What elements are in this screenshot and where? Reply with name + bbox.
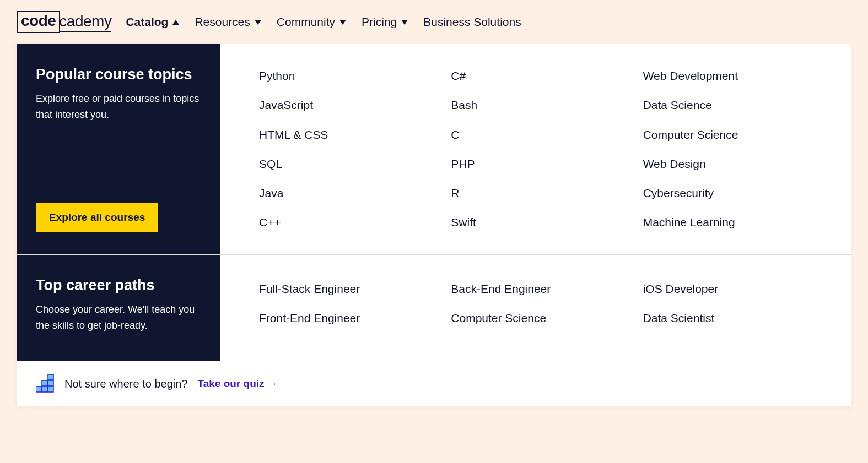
career-path-link[interactable]: Computer Science: [451, 311, 637, 325]
topic-link[interactable]: JavaScript: [259, 97, 445, 112]
popular-topics-grid: PythonC#Web DevelopmentJavaScriptBashDat…: [220, 44, 851, 254]
nav-item-label: Resources: [195, 15, 250, 29]
career-paths-section: Top career paths Choose your career. We'…: [17, 255, 851, 361]
svg-rect-4: [42, 386, 47, 392]
topic-link[interactable]: Java: [259, 186, 445, 200]
topic-link[interactable]: Swift: [451, 215, 637, 230]
popular-topics-sidebar: Popular course topics Explore free or pa…: [17, 44, 220, 254]
career-path-link[interactable]: Full-Stack Engineer: [259, 281, 445, 296]
header: codecademy CatalogResourcesCommunityPric…: [0, 0, 868, 44]
chevron-up-icon: [172, 20, 179, 25]
nav-item-pricing[interactable]: Pricing: [362, 15, 408, 29]
topic-link[interactable]: PHP: [451, 156, 637, 171]
svg-rect-1: [42, 380, 47, 386]
career-path-link[interactable]: Front-End Engineer: [259, 311, 445, 325]
main-nav: CatalogResourcesCommunityPricingBusiness…: [126, 15, 521, 29]
nav-item-community[interactable]: Community: [277, 15, 346, 29]
nav-item-label: Catalog: [126, 15, 168, 29]
logo-box: code: [17, 11, 60, 33]
career-paths-grid: Full-Stack EngineerBack-End EngineeriOS …: [220, 255, 851, 361]
catalog-mega-menu: Popular course topics Explore free or pa…: [17, 44, 851, 406]
topic-link[interactable]: C: [451, 127, 637, 142]
nav-item-resources[interactable]: Resources: [195, 15, 261, 29]
nav-item-catalog[interactable]: Catalog: [126, 15, 179, 29]
nav-item-label: Pricing: [362, 15, 397, 29]
topic-link[interactable]: Web Development: [643, 68, 829, 83]
topic-link[interactable]: Bash: [451, 97, 637, 112]
nav-item-label: Business Solutions: [423, 15, 521, 29]
svg-rect-0: [48, 374, 53, 380]
take-quiz-link[interactable]: Take our quiz →: [197, 378, 277, 390]
quiz-prompt-text: Not sure where to begin?: [64, 378, 187, 390]
topic-link[interactable]: C#: [451, 68, 637, 83]
quiz-bar: Not sure where to begin? Take our quiz →: [17, 361, 851, 406]
career-paths-title: Top career paths: [36, 277, 201, 294]
career-paths-sidebar: Top career paths Choose your career. We'…: [17, 255, 220, 361]
topic-link[interactable]: Python: [259, 68, 445, 83]
logo[interactable]: codecademy: [17, 11, 111, 33]
popular-topics-section: Popular course topics Explore free or pa…: [17, 44, 851, 254]
svg-rect-3: [36, 386, 41, 392]
svg-rect-5: [48, 386, 53, 392]
logo-text: cademy: [59, 13, 111, 32]
explore-all-courses-button[interactable]: Explore all courses: [36, 203, 158, 232]
nav-item-business-solutions[interactable]: Business Solutions: [423, 15, 521, 29]
career-path-link[interactable]: Data Scientist: [643, 311, 829, 325]
svg-rect-2: [48, 380, 53, 386]
popular-topics-title: Popular course topics: [36, 66, 201, 83]
career-path-link[interactable]: iOS Developer: [643, 281, 829, 296]
topic-link[interactable]: R: [451, 186, 637, 200]
quiz-blocks-icon: [36, 374, 55, 393]
chevron-down-icon: [339, 20, 346, 25]
topic-link[interactable]: C++: [259, 215, 445, 230]
nav-item-label: Community: [277, 15, 335, 29]
topic-link[interactable]: Computer Science: [643, 127, 829, 142]
career-path-link[interactable]: Back-End Engineer: [451, 281, 637, 296]
topic-link[interactable]: Cybersecurity: [643, 186, 829, 200]
topic-link[interactable]: Data Science: [643, 97, 829, 112]
career-paths-desc: Choose your career. We'll teach you the …: [36, 302, 201, 334]
topic-link[interactable]: HTML & CSS: [259, 127, 445, 142]
popular-topics-desc: Explore free or paid courses in topics t…: [36, 91, 201, 123]
topic-link[interactable]: SQL: [259, 156, 445, 171]
chevron-down-icon: [401, 20, 408, 25]
topic-link[interactable]: Web Design: [643, 156, 829, 171]
chevron-down-icon: [255, 20, 261, 25]
topic-link[interactable]: Machine Learning: [643, 215, 829, 230]
